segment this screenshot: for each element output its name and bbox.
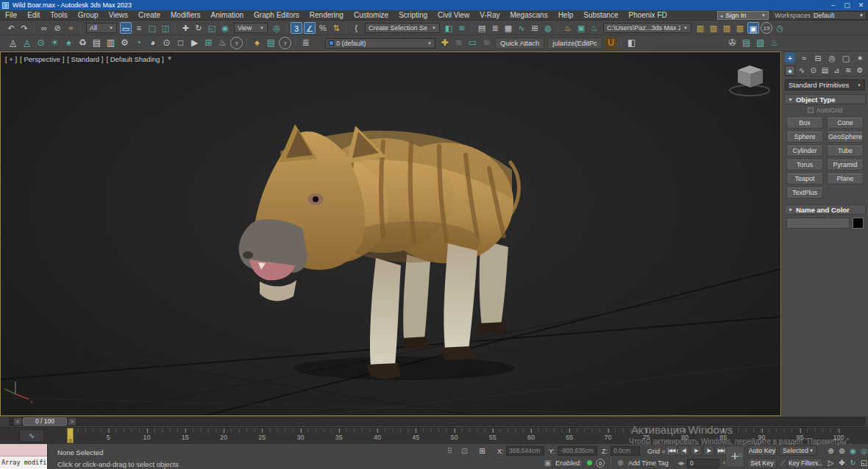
viewport-menu-general[interactable]: [ + ]	[5, 55, 17, 63]
y-coordinate-field[interactable]: -800,635cm	[558, 446, 597, 456]
zoom-region-icon[interactable]: ▷	[825, 458, 836, 468]
menu-customize[interactable]: Customize	[349, 10, 394, 21]
render-production-icon[interactable]: ♨	[588, 22, 600, 34]
animation-preview-icon[interactable]: ▶	[188, 37, 201, 49]
menu-rendering[interactable]: Rendering	[305, 10, 349, 21]
plane-primitive-button[interactable]: Plane	[827, 173, 864, 185]
viewport-menu-shading[interactable]: [ Default Shading ]	[106, 55, 163, 63]
open-folder-icon[interactable]: ▥	[708, 22, 719, 34]
utilities-tab[interactable]: ✶	[855, 53, 865, 63]
layer-sphere-icon[interactable]: ◔	[132, 37, 145, 49]
menu-create[interactable]: Create	[133, 10, 166, 21]
menu-modifiers[interactable]: Modifiers	[166, 10, 206, 21]
use-pivot-center-icon[interactable]: ◎	[271, 22, 282, 34]
object-type-rollout[interactable]: ▼ Object Type	[784, 94, 866, 104]
reference-coordinate-dropdown[interactable]: View▼	[234, 23, 268, 33]
schematic-view-icon[interactable]: ⊞	[529, 22, 541, 34]
menu-scripting[interactable]: Scripting	[394, 10, 433, 21]
rendered-frame-icon[interactable]: ▣	[575, 22, 587, 34]
select-by-name-icon[interactable]: ≡	[133, 22, 145, 34]
next-frame-button[interactable]: |▶	[703, 445, 714, 456]
external-reference-icon[interactable]: ▥	[734, 22, 746, 34]
time-slider-track[interactable]	[9, 418, 865, 426]
mirror-icon[interactable]: ◧	[443, 22, 455, 34]
geometry-tab[interactable]: ●	[785, 65, 795, 76]
helpers-tab[interactable]: ⊿	[831, 65, 842, 76]
grid-helper-icon[interactable]: ⊞	[202, 37, 215, 49]
menu-file[interactable]: File	[0, 10, 22, 21]
gear-ring-icon[interactable]: ⚙	[118, 37, 131, 49]
select-and-rotate-icon[interactable]: ↻	[193, 22, 204, 34]
current-frame-field[interactable]: 0	[687, 459, 719, 468]
menu-civil-view[interactable]: Civil View	[433, 10, 474, 21]
object-name-field[interactable]	[786, 218, 850, 229]
layer-dropdown[interactable]: 0 (default)▼	[325, 38, 435, 49]
list-doc-icon[interactable]: ▤	[265, 37, 277, 49]
mini-curve-editor-button[interactable]: ∿	[19, 429, 44, 442]
camera-icon[interactable]: ◬	[7, 37, 19, 49]
workspace-dropdown[interactable]: Default ▼	[811, 11, 867, 20]
frame-step-icon[interactable]: ◂▸	[677, 458, 686, 468]
menu-edit[interactable]: Edit	[22, 10, 45, 21]
menu-megascans[interactable]: Megascans	[505, 10, 553, 21]
redo-icon[interactable]: ↷	[18, 22, 30, 34]
badge-19-icon[interactable]: 19	[761, 22, 772, 34]
vray-render-icon[interactable]: ♨	[768, 37, 780, 49]
add-to-layer-icon[interactable]: ✚	[438, 37, 451, 49]
scene-notes-icon[interactable]: ▥	[104, 37, 117, 49]
create-tab[interactable]: +	[785, 53, 795, 63]
menu-tools[interactable]: Tools	[45, 10, 72, 21]
time-slider-handle[interactable]: 0 / 100	[23, 418, 67, 426]
spinner-snap-icon[interactable]: ⇅	[330, 22, 342, 34]
absolute-mode-toggle-icon[interactable]: ⊞	[477, 446, 488, 457]
select-region-icon[interactable]: ▭	[466, 37, 479, 49]
view-cube[interactable]	[730, 65, 769, 96]
help-circle-icon[interactable]: ?	[279, 37, 291, 49]
maximize-viewport-icon[interactable]: ◱	[858, 458, 868, 468]
z-coordinate-field[interactable]: 0,0cm	[611, 446, 640, 456]
go-to-start-button[interactable]: |◀◀	[666, 445, 677, 456]
sphere-primitive-button[interactable]: Sphere	[786, 132, 823, 143]
sun-positioner-icon[interactable]: ☀	[49, 37, 61, 49]
auto-key-button[interactable]: Auto Key	[747, 445, 777, 456]
modifier-stack-icon[interactable]: ≣	[299, 37, 312, 49]
menu-graph-editors[interactable]: Graph Editors	[249, 10, 305, 21]
palette-icon[interactable]: ◕	[146, 37, 159, 49]
asset-tracking-icon[interactable]: ▥	[721, 22, 733, 34]
select-and-scale-icon[interactable]: ◱	[206, 22, 218, 34]
quick-attach-button[interactable]: Quick Attach	[495, 37, 544, 49]
frame-icon[interactable]: □	[174, 37, 187, 49]
add-time-tag-button[interactable]: Add Time Tag	[628, 459, 669, 467]
object-color-swatch[interactable]	[853, 218, 864, 229]
state-sets-icon[interactable]: ▥	[694, 22, 706, 34]
ribbon-icon[interactable]: ▦	[502, 22, 514, 34]
viewport-menu-standard[interactable]: [ Standard ]	[67, 55, 103, 63]
snaps-toggle-icon[interactable]: 3	[291, 22, 302, 34]
select-and-place-icon[interactable]: ◉	[219, 22, 231, 34]
hierarchy-tab[interactable]: ⊟	[813, 53, 823, 63]
maximize-button[interactable]: ▢	[840, 1, 854, 9]
notes-doc-icon[interactable]: ▤	[90, 37, 103, 49]
curve-editor-icon[interactable]: ∿	[516, 22, 527, 34]
menu-views[interactable]: Views	[104, 10, 134, 21]
zoom-all-icon[interactable]: ⊛	[836, 446, 847, 457]
selection-filter-dropdown[interactable]: All▼	[86, 23, 117, 33]
percent-snap-icon[interactable]: %	[317, 22, 329, 34]
close-button[interactable]: ✕	[854, 1, 868, 9]
name-and-color-rollout[interactable]: ▼ Name and Color	[784, 204, 866, 215]
key-filters-button[interactable]: Key Filters...	[788, 458, 823, 468]
teapot-icon[interactable]: ♨	[216, 37, 229, 49]
previous-frame-arrow[interactable]: <	[13, 418, 22, 426]
zoom-icon[interactable]: ⊕	[825, 446, 836, 457]
minimize-button[interactable]: –	[826, 1, 840, 9]
contrast-swatch-icon[interactable]: ◧	[625, 37, 638, 49]
vray-file-icon[interactable]: ▧	[754, 37, 766, 49]
uv-editor-icon[interactable]: U	[605, 37, 617, 49]
bulb-small-icon[interactable]: ⊙	[160, 37, 173, 49]
menu-substance[interactable]: Substance	[578, 10, 623, 21]
previous-frame-button[interactable]: ◀|	[678, 445, 689, 456]
angle-snap-icon[interactable]: ∠	[304, 22, 316, 34]
vray-asset-editor-icon[interactable]: ▤	[740, 37, 753, 49]
light-icon[interactable]: ⊙	[35, 37, 47, 49]
primitive-category-dropdown[interactable]: Standard Primitives ▼	[785, 79, 865, 90]
